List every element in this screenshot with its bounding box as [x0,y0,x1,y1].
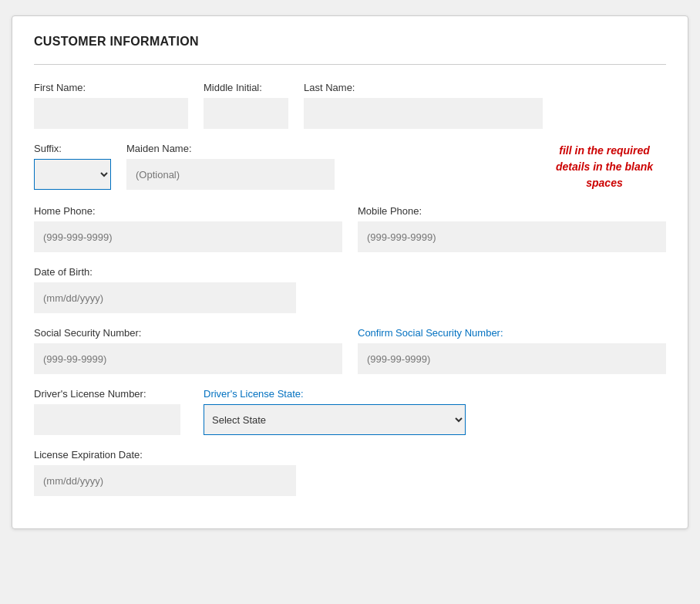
mobile-phone-label: Mobile Phone: [358,205,666,217]
license-exp-label: License Expiration Date: [34,449,296,461]
dl-number-input[interactable] [34,404,180,435]
ssn-input[interactable] [34,343,342,374]
suffix-label: Suffix: [34,143,111,154]
phone-row: Home Phone: Mobile Phone: [34,205,666,252]
maiden-name-group: Maiden Name: [126,143,335,190]
dob-group: Date of Birth: [34,266,296,313]
dob-row: Date of Birth: [34,266,666,313]
license-exp-input[interactable] [34,465,296,496]
middle-initial-group: Middle Initial: [204,82,288,129]
dl-state-group: Driver's License State: Select State AL … [204,388,466,435]
name-row: First Name: Middle Initial: Last Name: [34,82,666,129]
page-title: CUSTOMER INFORMATION [34,35,666,49]
dl-row: Driver's License Number: Driver's Licens… [34,388,666,435]
mobile-phone-input[interactable] [358,221,666,252]
dl-number-group: Driver's License Number: [34,388,188,435]
hint-text: fill in the required details in the blan… [543,143,666,191]
last-name-input[interactable] [304,98,543,129]
dob-label: Date of Birth: [34,266,296,278]
confirm-ssn-group: Confirm Social Security Number: [358,327,666,374]
confirm-ssn-label: Confirm Social Security Number: [358,327,666,339]
dl-number-label: Driver's License Number: [34,388,188,400]
dob-input[interactable] [34,282,296,313]
home-phone-label: Home Phone: [34,205,342,217]
first-name-group: First Name: [34,82,188,129]
maiden-name-input[interactable] [126,159,335,190]
license-exp-group: License Expiration Date: [34,449,296,496]
ssn-label: Social Security Number: [34,327,342,339]
suffix-group: Suffix: Jr. Sr. II III IV [34,143,111,190]
last-name-group: Last Name: [304,82,666,129]
dl-state-select[interactable]: Select State AL AK AZ CA FL TX NY [204,404,466,435]
middle-initial-input[interactable] [204,98,288,129]
suffix-maiden-row: Suffix: Jr. Sr. II III IV Maiden Name: f… [34,143,666,191]
suffix-select[interactable]: Jr. Sr. II III IV [34,159,111,190]
home-phone-input[interactable] [34,221,342,252]
first-name-input[interactable] [34,98,188,129]
maiden-name-label: Maiden Name: [126,143,335,154]
ssn-row: Social Security Number: Confirm Social S… [34,327,666,374]
home-phone-group: Home Phone: [34,205,342,252]
first-name-label: First Name: [34,82,188,93]
divider [34,64,666,65]
dl-state-label: Driver's License State: [204,388,466,400]
license-exp-row: License Expiration Date: [34,449,666,496]
middle-initial-label: Middle Initial: [204,82,288,93]
mobile-phone-group: Mobile Phone: [358,205,666,252]
customer-information-form: CUSTOMER INFORMATION First Name: Middle … [12,15,688,529]
ssn-group: Social Security Number: [34,327,342,374]
confirm-ssn-input[interactable] [358,343,666,374]
last-name-label: Last Name: [304,82,666,93]
